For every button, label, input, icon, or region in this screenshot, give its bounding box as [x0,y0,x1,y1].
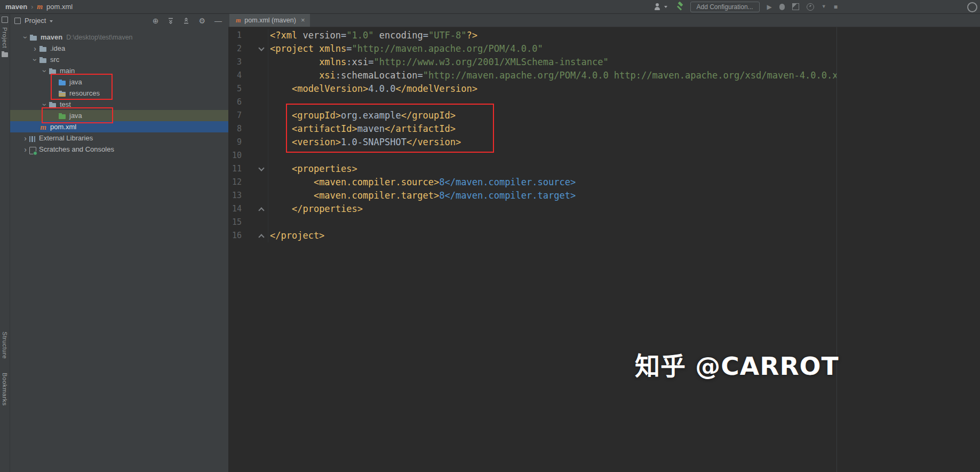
profiler-icon[interactable] [807,3,814,11]
code-line-5[interactable]: 5 <modelVersion>4.0.0</modelVersion> [228,82,836,96]
tree-item-src[interactable]: ›src [10,54,228,65]
chevron-expanded-icon[interactable]: › [41,100,49,108]
tree-item-pom-xml[interactable]: mpom.xml [10,121,228,132]
fold-spacer [242,122,268,136]
code-line-2[interactable]: 2<project xmlns="http://maven.apache.org… [228,42,836,56]
code-line-4[interactable]: 4 xsi:schemaLocation="http://maven.apach… [228,69,836,82]
fold-spacer [242,189,268,202]
code-line-1[interactable]: 1<?xml version="1.0" encoding="UTF-8"?> [228,29,836,42]
project-panel-header: Project ⊕ ⚙ — [10,13,228,28]
chevron-expanded-icon[interactable]: › [41,67,49,75]
stop-icon[interactable]: ■ [834,4,838,10]
editor-tab-pom[interactable]: m pom.xml (maven) × [229,13,310,27]
tree-item-label: java [69,78,82,86]
build-hammer-icon[interactable] [675,3,683,11]
fold-down-icon[interactable] [242,162,268,176]
stripe-project-button[interactable]: Project [2,27,8,48]
project-panel-title[interactable]: Project [25,17,46,25]
add-configuration-button[interactable]: Add Configuration... [690,2,760,12]
stripe-bookmarks-button[interactable]: Bookmarks [2,373,8,406]
line-number: 15 [228,216,242,229]
tree-item-java-test[interactable]: java [10,110,228,121]
folder-icon [39,44,47,53]
code-line-16[interactable]: 16</project> [228,229,836,242]
fold-down-icon[interactable] [242,42,268,56]
gear-icon[interactable]: ⚙ [198,17,205,25]
code-line-14[interactable]: 14 </properties> [228,202,836,216]
code-line-9[interactable]: 9 <version>1.0-SNAPSHOT</version> [228,136,836,149]
code-line-13[interactable]: 13 <maven.compiler.target>8</maven.compi… [228,189,836,202]
chevron-collapsed-icon[interactable]: › [21,146,29,153]
folder-source-icon [58,78,67,86]
tree-item-java-main[interactable]: java [10,76,228,88]
locate-file-icon[interactable]: ⊕ [153,17,159,25]
breadcrumb-file[interactable]: pom.xml [46,3,73,11]
code-text [268,216,270,229]
run-icon[interactable]: ▶ [767,4,772,10]
folder-icon [49,100,57,109]
collapse-all-icon[interactable] [183,18,189,24]
tree-item-scratches-consoles[interactable]: ›Scratches and Consoles [10,144,228,155]
tree-item-label: src [50,56,59,64]
chevron-down-icon[interactable]: ▼ [822,4,826,9]
tree-item-external-libraries[interactable]: ›External Libraries [10,132,228,144]
user-caret-icon[interactable] [664,6,667,8]
chevron-expanded-icon[interactable]: › [22,33,29,41]
code-line-12[interactable]: 12 <maven.compiler.source>8</maven.compi… [228,176,836,189]
fold-up-icon[interactable] [242,202,268,216]
line-number: 2 [228,42,242,56]
code-line-6[interactable]: 6 [228,96,836,109]
code-line-7[interactable]: 7 <groupId>org.example</groupId> [228,109,836,122]
line-number: 12 [228,176,242,189]
tree-item-main[interactable]: ›main [10,65,228,76]
project-stripe-icon[interactable] [2,17,8,23]
hide-panel-icon[interactable]: — [214,17,222,25]
line-number: 10 [228,149,242,162]
project-view-caret-icon[interactable] [50,20,53,22]
code-line-3[interactable]: 3 xmlns:xsi="http://www.w3.org/2001/XMLS… [228,56,836,69]
fold-spacer [242,29,268,42]
tree-item-idea[interactable]: ›.idea [10,43,228,54]
chevron-collapsed-icon[interactable]: › [21,135,29,142]
code-editor[interactable]: 1<?xml version="1.0" encoding="UTF-8"?>2… [228,27,836,472]
code-text: <properties> [268,162,357,176]
code-text: xmlns:xsi="http://www.w3.org/2001/XMLSch… [268,56,609,69]
user-icon[interactable] [654,3,661,10]
tree-item-maven-root[interactable]: ›mavenD:\desktop\test\maven [10,32,228,43]
coverage-icon[interactable] [792,3,799,10]
editor-area: m pom.xml (maven) × 1<?xml version="1.0"… [228,13,980,472]
code-text: xsi:schemaLocation="http://maven.apache.… [268,69,836,82]
tab-close-icon[interactable]: × [301,16,305,24]
debug-icon[interactable] [779,4,785,10]
code-line-11[interactable]: 11 <properties> [228,162,836,176]
fold-spacer [242,82,268,96]
code-line-15[interactable]: 15 [228,216,836,229]
breadcrumb-project[interactable]: maven [5,3,27,11]
settings-circle-icon[interactable] [967,2,977,12]
tree-item-resources-main[interactable]: resources [10,88,228,99]
tree-item-test[interactable]: ›test [10,99,228,110]
right-margin-guide [836,27,837,472]
project-tree: ›mavenD:\desktop\test\maven›.idea›src›ma… [10,28,228,155]
code-line-10[interactable]: 10 [228,149,836,162]
expand-all-icon[interactable] [168,18,174,24]
scratches-icon [29,147,36,154]
tree-item-path-hint: D:\desktop\test\maven [66,34,132,41]
fold-up-icon[interactable] [242,229,268,242]
stripe-structure-button[interactable]: Structure [2,332,8,359]
code-text: <groupId>org.example</groupId> [268,109,456,122]
code-text: <maven.compiler.source>8</maven.compiler… [268,176,576,189]
folder-stripe-icon[interactable] [2,52,8,57]
line-number: 13 [228,189,242,202]
project-view-icon [14,18,21,24]
line-number: 7 [228,109,242,122]
maven-icon: m [236,17,241,23]
fold-spacer [242,176,268,189]
line-number: 16 [228,229,242,242]
fold-spacer [242,69,268,82]
code-line-8[interactable]: 8 <artifactId>maven</artifactId> [228,122,836,136]
chevron-collapsed-icon[interactable]: › [31,45,39,52]
project-tool-window: Project ⊕ ⚙ — ›mavenD:\desktop\test\mave… [10,13,229,472]
chevron-expanded-icon[interactable]: › [31,56,39,64]
fold-spacer [242,216,268,229]
